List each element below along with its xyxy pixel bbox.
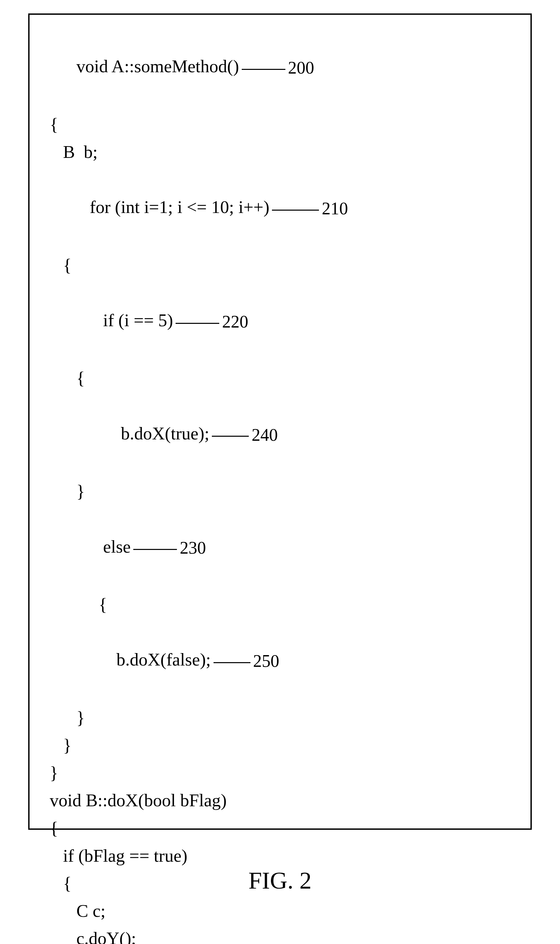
code-line: { [50, 364, 520, 392]
code-text: c.doY(); [50, 929, 136, 944]
code-text: C c; [50, 901, 105, 921]
code-text: } [50, 763, 58, 782]
code-line: void A::someMethod()200 [50, 25, 520, 111]
code-line: if (i == 5)220 [50, 279, 520, 364]
code-text: { [50, 368, 85, 388]
code-text: } [50, 481, 85, 501]
code-text: { [50, 873, 72, 893]
code-text: } [50, 736, 72, 755]
code-line: { [50, 111, 520, 138]
callout-leader [214, 662, 251, 663]
callout-number: 210 [322, 195, 348, 222]
code-text: { [50, 818, 58, 838]
code-line: c.doY(); [50, 924, 520, 944]
code-line: else230 [50, 505, 520, 591]
code-line: } [50, 759, 520, 787]
code-text: } [50, 708, 85, 727]
code-text: for (int i=1; i <= 10; i++) [77, 197, 269, 217]
code-line: } [50, 477, 520, 505]
code-line: { [50, 591, 520, 618]
code-line: } [50, 731, 520, 759]
code-text: if (i == 5) [77, 310, 173, 330]
code-text: B b; [50, 142, 98, 162]
code-line: b.doX(true);240 [50, 392, 520, 478]
callout-leader [212, 436, 249, 437]
callout: 230 [133, 534, 206, 563]
callout-number: 220 [222, 308, 248, 336]
callout-number: 240 [251, 422, 278, 449]
callout: 210 [272, 194, 348, 224]
callout-leader [272, 210, 319, 211]
code-text: { [50, 114, 58, 134]
callout-leader [242, 69, 285, 70]
callout: 250 [214, 647, 279, 676]
callout: 220 [175, 307, 248, 336]
callout: 240 [212, 421, 278, 450]
callout-number: 230 [180, 534, 206, 562]
code-text: void A::someMethod() [77, 56, 239, 76]
code-text: else [77, 537, 131, 556]
code-line: for (int i=1; i <= 10; i++)210 [50, 166, 520, 251]
code-text: if (bFlag == true) [50, 846, 187, 865]
callout-number: 200 [288, 54, 314, 82]
code-text: { [50, 255, 72, 275]
callout: 200 [242, 53, 314, 83]
figure-page: void A::someMethod()200 { B b; for (int … [0, 0, 560, 944]
code-line: C c; [50, 897, 520, 924]
code-text: b.doX(true); [77, 424, 209, 443]
code-text: b.doX(false); [77, 650, 211, 669]
code-line: if (bFlag == true) [50, 842, 520, 869]
code-line: { [50, 869, 520, 897]
code-line: void B::doX(bool bFlag) [50, 787, 520, 814]
code-text: void B::doX(bool bFlag) [50, 790, 227, 810]
code-listing-box: void A::someMethod()200 { B b; for (int … [28, 14, 532, 830]
code-line: b.doX(false);250 [50, 618, 520, 704]
callout-leader [175, 323, 219, 324]
code-line: B b; [50, 138, 520, 166]
callout-leader [133, 549, 177, 550]
code-line: } [50, 704, 520, 731]
code-line: { [50, 251, 520, 279]
callout-number: 250 [253, 648, 279, 675]
code-text: { [50, 595, 107, 614]
code-line: { [50, 814, 520, 842]
